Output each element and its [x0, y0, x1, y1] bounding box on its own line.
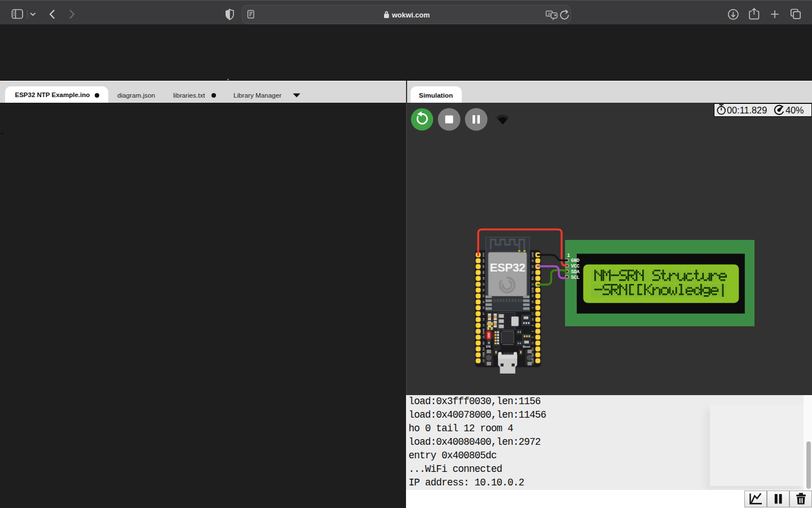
svg-text:13: 13: [482, 335, 485, 338]
svg-text:VCC: VCC: [571, 264, 580, 269]
svg-text:GND: GND: [531, 252, 534, 258]
svg-text:Boot: Boot: [523, 345, 530, 348]
svg-text:25: 25: [482, 300, 485, 303]
svg-text:14: 14: [482, 318, 485, 321]
svg-text:ESP32: ESP32: [489, 261, 525, 274]
svg-text:22: 22: [531, 265, 534, 268]
svg-text:CLK: CLK: [531, 358, 534, 364]
svg-text:GND: GND: [571, 258, 580, 264]
svg-text:5V: 5V: [482, 359, 485, 362]
svg-text:A: A: [548, 11, 550, 16]
svg-text:EN: EN: [482, 259, 485, 262]
svg-text:19: 19: [531, 294, 534, 297]
svg-text:35: 35: [482, 283, 485, 286]
svg-text:CMD: CMD: [482, 352, 485, 358]
svg-text:TX: TX: [531, 271, 534, 274]
svg-text:23: 23: [531, 259, 534, 262]
svg-text:3V3: 3V3: [482, 252, 485, 257]
svg-text:D0: D0: [531, 353, 534, 356]
svg-text:33: 33: [482, 294, 485, 297]
svg-text:00:11.829: 00:11.829: [727, 105, 767, 115]
svg-text:VP: VP: [482, 265, 485, 268]
svg-text:18: 18: [531, 300, 534, 303]
svg-text:GND: GND: [482, 329, 485, 334]
svg-text:SDA: SDA: [571, 269, 580, 275]
svg-text:26: 26: [482, 306, 485, 309]
svg-text:RX: RX: [531, 277, 534, 280]
svg-text:27: 27: [482, 312, 485, 315]
svg-text:17: 17: [531, 312, 534, 315]
svg-text:32: 32: [482, 288, 485, 291]
svg-text:1: 1: [567, 253, 570, 259]
svg-text:D2: D2: [482, 341, 485, 344]
svg-text:34: 34: [482, 277, 485, 279]
svg-text:GND: GND: [531, 287, 534, 293]
svg-text:VN: VN: [482, 271, 485, 274]
svg-text:D1: D1: [531, 347, 534, 351]
svg-text:wokwi.com: wokwi.com: [391, 11, 430, 19]
svg-text:16: 16: [531, 318, 534, 321]
svg-text:EN: EN: [486, 345, 491, 348]
svg-text:D3: D3: [482, 347, 485, 351]
svg-text:12: 12: [482, 324, 485, 327]
svg-text:40%: 40%: [785, 105, 804, 115]
svg-text:15: 15: [531, 341, 534, 344]
svg-text:SCL: SCL: [571, 275, 580, 281]
svg-text:21: 21: [531, 283, 534, 286]
